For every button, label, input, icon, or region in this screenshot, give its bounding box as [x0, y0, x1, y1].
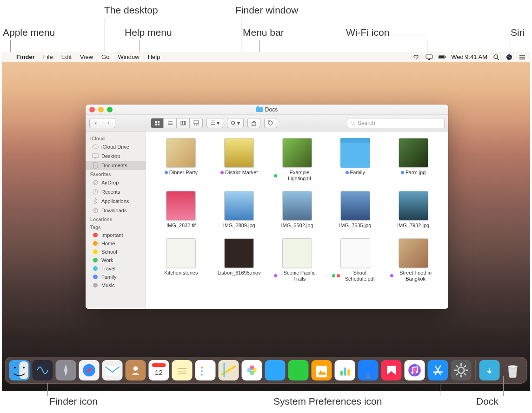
- notification-center-icon[interactable]: [518, 53, 526, 61]
- search-field[interactable]: Search: [347, 118, 445, 128]
- dock-reminders[interactable]: [195, 360, 216, 380]
- dock-itunes[interactable]: [405, 360, 425, 380]
- sidebar-item-downloads[interactable]: Downloads: [86, 206, 146, 215]
- file-item[interactable]: Farm.jpg: [386, 138, 440, 182]
- dock-system-preferences[interactable]: [451, 360, 472, 380]
- file-thumbnail: [166, 238, 196, 268]
- tags-button[interactable]: [264, 118, 277, 128]
- menu-edit[interactable]: Edit: [57, 53, 76, 60]
- dock-photos[interactable]: [242, 360, 262, 380]
- dock-messages[interactable]: [265, 360, 286, 380]
- forward-button[interactable]: ›: [102, 118, 115, 128]
- action-button[interactable]: ⚙ ▾: [227, 118, 244, 128]
- dock-appstore[interactable]: [428, 360, 448, 380]
- tag-dot-icon: [93, 233, 98, 237]
- file-item[interactable]: Lisbon_61695.mov: [213, 238, 266, 282]
- share-button[interactable]: [247, 118, 260, 128]
- view-list-button[interactable]: [164, 118, 177, 128]
- dock-numbers[interactable]: [335, 360, 355, 380]
- svg-point-44: [133, 366, 138, 371]
- file-item[interactable]: District Market: [213, 138, 266, 182]
- dock-keynote[interactable]: [358, 360, 379, 380]
- menu-app[interactable]: Finder: [12, 53, 39, 60]
- svg-point-30: [94, 182, 96, 184]
- file-item[interactable]: IMG_7635.jpg: [328, 191, 382, 229]
- dock-contacts[interactable]: [126, 360, 146, 380]
- menu-window[interactable]: Window: [113, 53, 143, 60]
- dock-maps[interactable]: [219, 360, 239, 380]
- sidebar-item-recents[interactable]: Recents: [86, 187, 146, 197]
- sidebar-item-label: School: [101, 249, 117, 255]
- file-item[interactable]: IMG_5502.jpg: [271, 191, 324, 229]
- svg-rect-23: [198, 125, 199, 125]
- view-icon-button[interactable]: [151, 118, 164, 128]
- svg-point-61: [247, 368, 252, 373]
- dock-downloads[interactable]: [479, 360, 500, 380]
- finder-titlebar[interactable]: Docs: [86, 105, 448, 115]
- file-thumbnail: [399, 191, 428, 221]
- menu-clock[interactable]: Wed 9:41 AM: [451, 53, 487, 60]
- menu-file[interactable]: File: [39, 53, 57, 60]
- file-item[interactable]: Family: [328, 138, 382, 182]
- sidebar-item-label: Desktop: [101, 153, 120, 159]
- battery-icon[interactable]: [438, 53, 446, 61]
- file-item[interactable]: Kitchen stories: [154, 238, 208, 282]
- siri-icon[interactable]: [505, 53, 513, 61]
- view-column-button[interactable]: [177, 118, 190, 128]
- dock-trash[interactable]: [503, 360, 523, 380]
- dock-safari[interactable]: [79, 360, 100, 380]
- close-button[interactable]: [89, 107, 95, 112]
- minimize-button[interactable]: [98, 107, 104, 112]
- search-icon: [350, 120, 356, 126]
- airplay-icon[interactable]: [425, 53, 433, 61]
- dock-launchpad[interactable]: [56, 360, 76, 380]
- svg-point-26: [351, 121, 354, 124]
- menu-view[interactable]: View: [76, 53, 97, 60]
- file-item[interactable]: Shoot Schedule.pdf: [328, 238, 382, 282]
- dock-finder[interactable]: [9, 360, 30, 380]
- sidebar-item-work[interactable]: Work: [86, 256, 146, 264]
- sidebar-item-home[interactable]: Home: [86, 239, 146, 248]
- dock-mail[interactable]: [102, 360, 123, 380]
- sidebar-item-icloud-drive[interactable]: iCloud Drive: [86, 142, 146, 151]
- svg-rect-0: [426, 55, 432, 59]
- finder-content[interactable]: Dinner PartyDistrict MarketExample Light…: [146, 131, 448, 309]
- dock-news[interactable]: [381, 360, 402, 380]
- dock-calendar[interactable]: 12: [149, 360, 169, 380]
- group-button[interactable]: ☰ ▾: [206, 118, 223, 128]
- file-name: IMG_2889.jpg: [223, 223, 255, 229]
- sidebar-item-desktop[interactable]: Desktop: [86, 151, 146, 161]
- dock-notes[interactable]: [172, 360, 193, 380]
- sidebar-item-important[interactable]: Important: [86, 231, 146, 239]
- file-item[interactable]: IMG_7932.jpg: [386, 191, 440, 229]
- sidebar-item-travel[interactable]: Travel: [86, 264, 146, 273]
- menu-help[interactable]: Help: [144, 53, 165, 60]
- wifi-icon[interactable]: [412, 53, 420, 61]
- sidebar-header: Favorites: [86, 170, 146, 178]
- sidebar-item-airdrop[interactable]: AirDrop: [86, 178, 146, 187]
- desktop[interactable]: Finder File Edit View Go Window Help Wed…: [2, 52, 530, 391]
- file-item[interactable]: Scenic Pacific Trails: [271, 238, 324, 282]
- menu-go[interactable]: Go: [97, 53, 113, 60]
- file-item[interactable]: IMG_2889.jpg: [213, 191, 266, 229]
- dock-facetime[interactable]: [288, 360, 309, 380]
- back-button[interactable]: ‹: [89, 118, 102, 128]
- zoom-button[interactable]: [107, 107, 113, 112]
- file-item[interactable]: Example Lighting.tif: [271, 138, 324, 182]
- file-name: Street Food in Bangkok: [390, 270, 437, 282]
- finder-window[interactable]: Docs ‹ ›: [86, 105, 448, 309]
- spotlight-icon[interactable]: [492, 53, 500, 61]
- file-item[interactable]: Street Food in Bangkok: [386, 238, 440, 282]
- sidebar-item-school[interactable]: School: [86, 248, 146, 256]
- dock-siri[interactable]: [33, 360, 53, 380]
- sidebar-item-documents[interactable]: Documents: [86, 161, 146, 170]
- sidebar-item-applications[interactable]: Applications: [86, 197, 146, 206]
- file-item[interactable]: Dinner Party: [154, 138, 208, 182]
- callout-sysprefs: System Preferences icon: [273, 396, 382, 407]
- view-gallery-button[interactable]: [190, 118, 203, 128]
- doc-icon: [92, 162, 99, 169]
- sidebar-item-music[interactable]: Music: [86, 281, 146, 289]
- sidebar-item-family[interactable]: Family: [86, 273, 146, 281]
- dock-pages[interactable]: [312, 360, 332, 380]
- file-item[interactable]: IMG_2832.tif: [154, 191, 208, 229]
